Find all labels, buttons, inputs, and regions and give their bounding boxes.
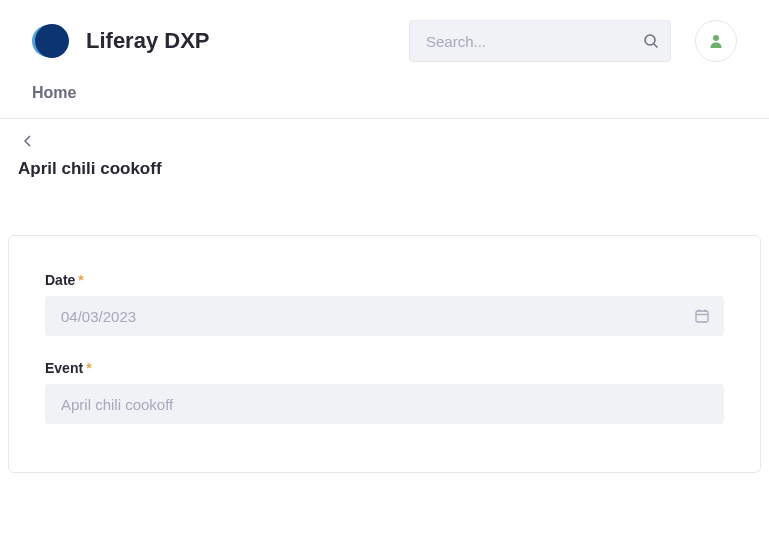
search-icon[interactable]	[643, 33, 659, 49]
date-label: Date*	[45, 272, 724, 288]
nav-home[interactable]: Home	[32, 84, 76, 101]
header: Liferay DXP	[0, 0, 769, 70]
required-indicator: *	[78, 272, 83, 288]
page-title: April chili cookoff	[18, 159, 761, 187]
event-input[interactable]	[45, 384, 724, 424]
svg-line-3	[654, 44, 658, 48]
search-box	[409, 20, 671, 62]
content-header: April chili cookoff	[0, 119, 769, 187]
date-label-text: Date	[45, 272, 75, 288]
date-input-wrapper	[45, 296, 724, 336]
event-label: Event*	[45, 360, 724, 376]
search-input[interactable]	[409, 20, 671, 62]
svg-point-2	[645, 35, 655, 45]
brand: Liferay DXP	[32, 23, 210, 59]
form-card: Date* Event*	[8, 235, 761, 473]
content-area: Date* Event*	[0, 187, 769, 473]
brand-title: Liferay DXP	[86, 28, 210, 54]
event-input-wrapper	[45, 384, 724, 424]
date-field-group: Date*	[45, 272, 724, 336]
date-input[interactable]	[45, 296, 724, 336]
event-field-group: Event*	[45, 360, 724, 424]
svg-point-1	[35, 24, 69, 58]
user-avatar[interactable]	[695, 20, 737, 62]
svg-rect-5	[696, 311, 708, 322]
back-button[interactable]	[18, 131, 38, 151]
svg-point-4	[713, 35, 719, 41]
header-right	[409, 20, 737, 62]
nav-bar: Home	[0, 70, 769, 119]
event-label-text: Event	[45, 360, 83, 376]
required-indicator: *	[86, 360, 91, 376]
liferay-logo-icon	[32, 23, 70, 59]
calendar-icon[interactable]	[694, 308, 710, 324]
